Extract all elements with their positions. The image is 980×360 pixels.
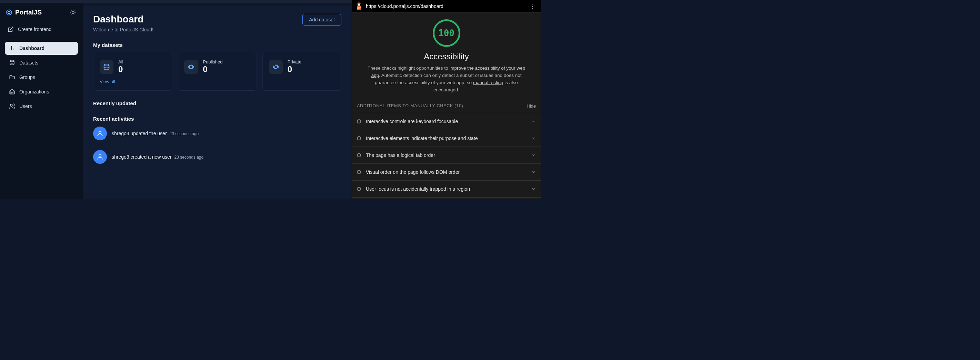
svg-point-6 (190, 66, 192, 68)
chevron-down-icon (531, 119, 536, 124)
card-label: Private (288, 59, 301, 64)
activity-text: shrego3 updated the user 23 seconds ago (112, 131, 199, 136)
svg-marker-10 (357, 2, 361, 4)
lighthouse-icon (356, 2, 363, 10)
lighthouse-section-header: ADDITIONAL ITEMS TO MANUALLY CHECK (10) … (352, 99, 541, 113)
svg-point-8 (99, 131, 101, 134)
status-circle-icon (357, 170, 361, 174)
activity-action: updated the user (130, 131, 167, 136)
card-private[interactable]: Private 0 (262, 53, 341, 91)
brand[interactable]: PortalJS (6, 9, 42, 16)
svg-point-3 (10, 61, 14, 62)
user-icon (97, 130, 103, 137)
card-value: 0 (203, 64, 223, 74)
theme-toggle[interactable] (69, 8, 77, 16)
main-content: Dashboard Welcome to PortalJS Cloud! Add… (83, 5, 352, 199)
card-label: Published (203, 59, 223, 64)
kebab-menu-icon[interactable]: ⋮ (528, 2, 537, 10)
svg-point-9 (99, 155, 101, 157)
create-frontend-link[interactable]: Create frontend (0, 22, 83, 37)
activity-time: 23 seconds ago (169, 131, 199, 136)
status-circle-icon (357, 136, 361, 140)
activity-row[interactable]: shrego3 updated the user 23 seconds ago (93, 127, 341, 140)
dataset-cards: All 0 View all Published 0 (93, 53, 341, 91)
devtools-url[interactable]: https://cloud.portaljs.com/dashboard (366, 3, 525, 9)
datasets-section-title: My datasets (93, 42, 341, 48)
chevron-down-icon (531, 170, 536, 175)
welcome-text: Welcome to PortalJS Cloud! (93, 27, 153, 32)
external-link-icon (8, 26, 14, 32)
status-circle-icon (357, 153, 361, 157)
avatar (93, 127, 107, 140)
svg-point-1 (8, 11, 10, 14)
svg-point-2 (72, 11, 75, 14)
audit-item[interactable]: The page has a logical tab order (352, 147, 541, 164)
audit-label: Visual order on the page follows DOM ord… (366, 169, 460, 175)
sidebar-item-label: Users (19, 104, 32, 109)
activity-text: shrego3 created a new user 23 seconds ag… (112, 154, 204, 160)
chevron-down-icon (531, 186, 536, 191)
sidebar-item-groups[interactable]: Groups (5, 71, 78, 84)
activity-row[interactable]: shrego3 created a new user 23 seconds ag… (93, 150, 341, 164)
bar-chart-icon (9, 45, 15, 51)
chevron-down-icon (531, 136, 536, 141)
audit-item[interactable]: Interactive controls are keyboard focusa… (352, 113, 541, 130)
sidebar-item-datasets[interactable]: Datasets (5, 56, 78, 69)
user-icon (97, 153, 103, 160)
svg-point-5 (104, 64, 109, 66)
sidebar-item-label: Organizations (19, 89, 49, 94)
users-icon (9, 103, 15, 109)
svg-point-4 (10, 104, 13, 106)
database-icon (9, 60, 15, 66)
status-circle-icon (357, 119, 361, 123)
activity-user: shrego3 (112, 154, 129, 160)
page-title: Dashboard (93, 14, 153, 25)
audit-item[interactable]: User focus is not accidentally trapped i… (352, 180, 541, 198)
card-published[interactable]: Published 0 (178, 53, 256, 91)
recently-updated-title: Recently updated (93, 100, 341, 106)
recent-activities-title: Recent activities (93, 116, 341, 122)
desc-text: These checks highlight opportunities to (368, 65, 449, 71)
add-dataset-button[interactable]: Add dataset (302, 14, 341, 25)
accessibility-score: 100 (433, 19, 460, 47)
sidebar-item-dashboard[interactable]: Dashboard (5, 42, 78, 55)
audit-label: User focus is not accidentally trapped i… (366, 186, 470, 192)
card-all[interactable]: All 0 View all (93, 53, 172, 91)
sidebar-item-users[interactable]: Users (5, 100, 78, 113)
svg-rect-11 (358, 4, 360, 5)
activity-time: 23 seconds ago (174, 155, 204, 160)
card-value: 0 (118, 64, 123, 74)
sidebar-divider (5, 38, 78, 38)
status-circle-icon (357, 187, 361, 191)
sidebar-item-label: Groups (19, 75, 35, 80)
manual-testing-link[interactable]: manual testing (473, 80, 503, 85)
audit-label: Interactive controls are keyboard focusa… (366, 119, 458, 124)
folder-icon (9, 74, 15, 80)
eye-off-icon (269, 60, 283, 74)
sidebar: PortalJS Create frontend Dashboard Datas… (0, 3, 83, 199)
chevron-down-icon (531, 153, 536, 158)
sidebar-item-organizations[interactable]: Organizations (5, 85, 78, 98)
brand-logo-icon (6, 9, 13, 16)
brand-name: PortalJS (15, 9, 42, 16)
hide-button[interactable]: Hide (527, 104, 536, 108)
card-label: All (118, 59, 123, 64)
section-label: ADDITIONAL ITEMS TO MANUALLY CHECK (357, 104, 455, 108)
audit-label: The page has a logical tab order (366, 153, 435, 158)
audit-item[interactable]: Interactive elements indicate their purp… (352, 130, 541, 147)
score-description: These checks highlight opportunities to … (364, 65, 529, 94)
score-title: Accessibility (424, 52, 469, 61)
lighthouse-audit-list: Interactive controls are keyboard focusa… (352, 113, 541, 198)
section-count: (10) (455, 104, 463, 108)
activity-list: shrego3 updated the user 23 seconds ago … (93, 127, 341, 164)
building-icon (9, 89, 15, 95)
sidebar-item-label: Datasets (19, 60, 38, 65)
view-all-link[interactable]: View all (100, 79, 165, 84)
eye-icon (184, 60, 198, 74)
card-value: 0 (288, 64, 301, 74)
devtools-header: https://cloud.portaljs.com/dashboard ⋮ (352, 0, 541, 13)
stack-icon (100, 60, 113, 74)
devtools-panel: https://cloud.portaljs.com/dashboard ⋮ 1… (352, 0, 541, 199)
audit-item[interactable]: Visual order on the page follows DOM ord… (352, 164, 541, 180)
create-frontend-label: Create frontend (18, 27, 51, 32)
